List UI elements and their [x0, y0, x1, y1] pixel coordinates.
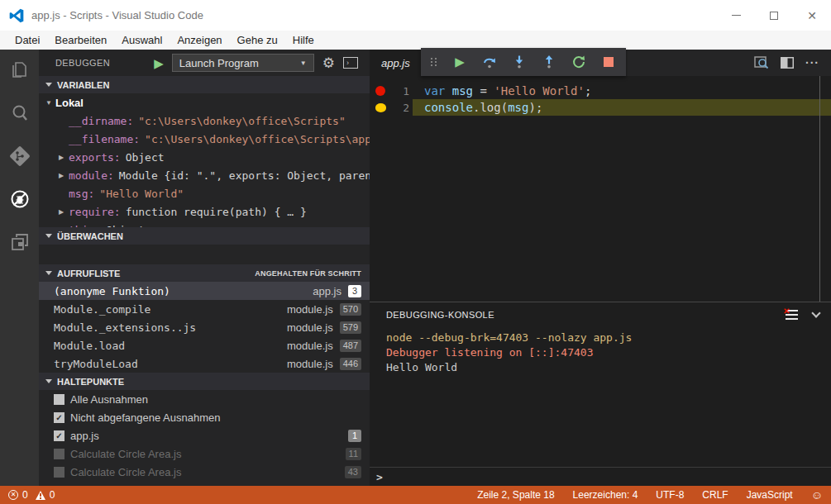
code-text: var msg = 'Hello World'; [413, 84, 591, 97]
gear-icon[interactable]: ⚙ [322, 56, 335, 70]
expand-icon: ▶ [59, 208, 69, 216]
step-out-button[interactable] [542, 55, 556, 69]
menu-hilfe[interactable]: Hilfe [285, 31, 322, 50]
split-editor-icon[interactable] [781, 57, 794, 69]
current-line-icon [375, 103, 386, 112]
overview-ruler[interactable] [819, 76, 831, 302]
code-line-2: 2 console.log(msg); [370, 99, 831, 116]
language-mode[interactable]: JavaScript [747, 489, 793, 501]
breakpoint-row[interactable]: Alle Ausnahmen [39, 390, 370, 408]
variables-tree: ▼ Lokal __dirname: "c:\Users\donkey\offi… [39, 93, 370, 227]
encoding[interactable]: UTF-8 [656, 489, 684, 501]
call-stack-frame[interactable]: (anonyme Funktion) app.js 3 [39, 282, 370, 300]
variable-row[interactable]: ▶ module: Module {id: ".", exports: Obje… [39, 166, 370, 184]
menu-anzeigen[interactable]: Anzeigen [170, 31, 229, 50]
error-count: 0 [22, 489, 28, 501]
extensions-icon[interactable] [9, 231, 31, 253]
checkbox[interactable] [54, 467, 64, 478]
collapse-panel-icon[interactable] [811, 308, 820, 317]
search-icon[interactable] [9, 102, 31, 124]
minimize-button[interactable] [717, 0, 755, 31]
stop-icon [604, 57, 614, 67]
breakpoint-icon [375, 86, 385, 96]
editor-group: app.js [370, 50, 831, 486]
section-expand-icon [45, 379, 52, 383]
section-variables[interactable]: VARIABLEN [39, 76, 370, 93]
step-over-button[interactable] [482, 55, 497, 69]
call-stack-frame[interactable]: Module._compile module.js 570 [39, 300, 370, 318]
more-actions-icon[interactable]: ··· [805, 56, 819, 69]
breakpoint-gutter[interactable] [370, 103, 391, 112]
launch-config-label: Launch Program [179, 57, 259, 69]
debug-console-panel: DEBUGGING-KONSOLE ✕ node --debug-brk=474… [370, 302, 831, 486]
feedback-smiley-icon[interactable]: ☺ [811, 488, 823, 502]
call-stack-frame[interactable]: Module._extensions..js module.js 579 [39, 318, 370, 336]
activity-bar [0, 50, 39, 486]
console-output[interactable]: node --debug-brk=47403 --nolazy app.js D… [370, 327, 831, 467]
explorer-icon[interactable] [9, 59, 31, 81]
debug-toolbar: ▶ [421, 48, 626, 76]
debug-sidebar: DEBUGGEN ▶ Launch Program ▼ ⚙ › VARIABLE… [39, 50, 370, 486]
source-control-icon[interactable] [9, 145, 31, 167]
breakpoint-row[interactable]: Calculate Circle Area.js 11 [39, 445, 370, 463]
menu-datei[interactable]: Datei [7, 31, 47, 50]
variable-row[interactable]: ▶ this: Object [39, 221, 370, 227]
restart-button[interactable] [571, 55, 586, 69]
close-button[interactable]: ✕ [793, 0, 831, 31]
section-expand-icon [45, 271, 52, 275]
console-line: Debugger listening on [::]:47403 [386, 345, 831, 360]
call-stack-frame[interactable]: Module.load module.js 487 [39, 336, 370, 354]
prompt-icon: > [376, 471, 383, 483]
variable-row[interactable]: __filename: "c:\Users\donkey\office\Scri… [39, 130, 370, 148]
launch-config-dropdown[interactable]: Launch Program ▼ [172, 54, 314, 72]
toolbar-drag-grip[interactable] [431, 58, 437, 66]
line-badge: 3 [348, 285, 361, 297]
variable-row[interactable]: ▶ require: function require(path) { … } [39, 202, 370, 221]
call-stack-frame[interactable]: tryModuleLoad module.js 446 [39, 354, 370, 373]
indentation[interactable]: Leerzeichen: 4 [573, 489, 638, 501]
section-breakpoints[interactable]: HALTEPUNKTE [39, 373, 370, 390]
clear-console-icon[interactable]: ✕ [786, 310, 798, 320]
debug-icon[interactable] [9, 188, 31, 210]
console-line: node --debug-brk=47403 --nolazy app.js [386, 330, 831, 345]
code-line-1: 1 var msg = 'Hello World'; [370, 83, 831, 99]
cursor-position[interactable]: Zeile 2, Spalte 18 [477, 489, 554, 501]
section-call-stack[interactable]: AUFRUFLISTE ANGEHALTEN FÜR SCHRITT [39, 264, 370, 282]
variable-row[interactable]: ▶ exports: Object [39, 148, 370, 166]
breakpoint-row[interactable]: ✓ app.js 1 [39, 426, 370, 445]
minimize-icon [732, 15, 741, 16]
section-watch[interactable]: ÜBERWACHEN [39, 227, 370, 245]
menu-bar: Datei Bearbeiten Auswahl Anzeigen Gehe z… [0, 31, 831, 50]
menu-gehe-zu[interactable]: Gehe zu [230, 31, 285, 50]
start-debug-button[interactable]: ▶ [154, 57, 164, 69]
continue-button[interactable]: ▶ [452, 55, 467, 69]
watch-empty-area [39, 245, 370, 264]
sidebar-title: DEBUGGEN [55, 58, 110, 68]
step-into-button[interactable] [512, 55, 527, 69]
checkbox[interactable]: ✓ [54, 430, 64, 441]
find-icon[interactable] [754, 56, 769, 69]
problems-indicator[interactable]: ✕ 0 0 [8, 489, 55, 501]
checkbox[interactable] [54, 449, 64, 459]
section-expand-icon [45, 83, 52, 87]
breakpoint-gutter[interactable] [370, 86, 391, 96]
tab-app-js[interactable]: app.js [370, 50, 422, 76]
code-editor[interactable]: 1 var msg = 'Hello World'; 2 console.log… [370, 76, 831, 302]
checkbox[interactable] [54, 394, 64, 405]
scope-row[interactable]: ▼ Lokal [39, 93, 370, 112]
maximize-button[interactable] [755, 0, 793, 31]
menu-bearbeiten[interactable]: Bearbeiten [47, 31, 114, 50]
menu-auswahl[interactable]: Auswahl [114, 31, 170, 50]
console-input[interactable]: > [370, 467, 831, 486]
vscode-logo-icon [8, 7, 25, 24]
checkbox[interactable]: ✓ [54, 412, 64, 423]
stop-button[interactable] [601, 55, 616, 69]
breakpoint-row[interactable]: Calculate Circle Area.js 43 [39, 463, 370, 481]
open-console-icon[interactable]: › [343, 57, 358, 69]
section-expand-icon [45, 234, 52, 238]
variable-row[interactable]: msg: "Hello World" [39, 184, 370, 202]
breakpoint-row[interactable]: ✓ Nicht abgefangene Ausnahmen [39, 408, 370, 426]
line-badge: 570 [340, 303, 361, 316]
eol-sequence[interactable]: CRLF [702, 489, 728, 501]
variable-row[interactable]: __dirname: "c:\Users\donkey\office\Scrip… [39, 112, 370, 130]
